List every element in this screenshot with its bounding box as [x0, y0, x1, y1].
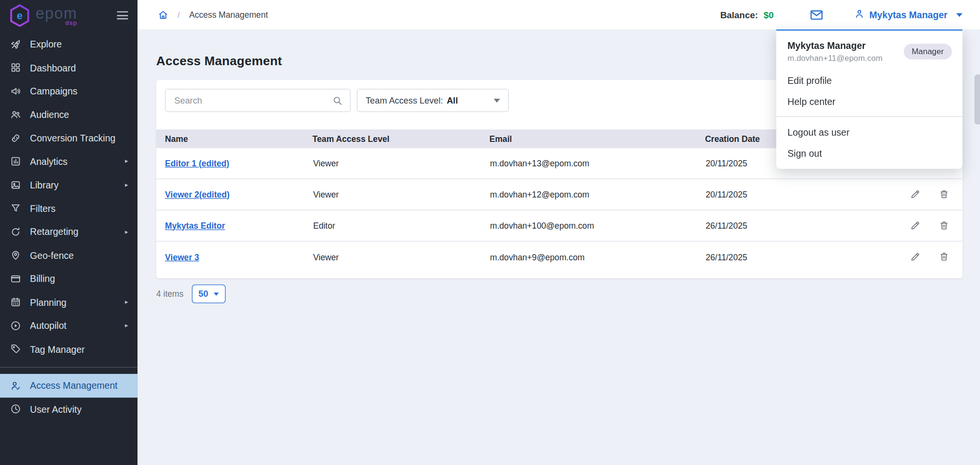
sidebar-item-analytics[interactable]: Analytics ▸ — [0, 150, 138, 173]
cell-creation-date: 20/11/2025 — [705, 179, 854, 210]
svg-text:e: e — [17, 10, 23, 22]
team-access-level-filter[interactable]: Team Access Level: All — [357, 89, 509, 112]
bar-chart-icon — [10, 155, 22, 168]
megaphone-icon — [10, 85, 22, 97]
breadcrumb-home-icon[interactable] — [158, 10, 168, 20]
breadcrumb-separator: / — [177, 10, 180, 20]
sidebar-item-conversion-tracking[interactable]: Conversion Tracking — [0, 126, 138, 150]
sidebar-item-billing[interactable]: Billing — [0, 267, 138, 291]
cell-email: m.dovhan+9@epom.com — [489, 241, 705, 272]
sidebar-divider — [0, 367, 138, 368]
chevron-right-icon: ▸ — [125, 158, 128, 164]
chevron-down-icon — [494, 98, 500, 102]
breadcrumb-current: Access Management — [189, 10, 268, 20]
epom-hexagon-logo-icon: e — [8, 3, 31, 28]
filter-selected-value: All — [447, 95, 458, 105]
items-count: 4 items — [156, 289, 184, 299]
pagination: 4 items 50 — [156, 284, 962, 303]
chevron-right-icon: ▸ — [125, 182, 128, 188]
edit-pencil-icon[interactable] — [910, 220, 921, 231]
map-pin-icon — [10, 249, 22, 261]
page-size-value: 50 — [198, 289, 208, 299]
cell-team-access-level: Viewer — [312, 179, 489, 210]
column-header-name: Name — [156, 129, 312, 148]
edit-pencil-icon[interactable] — [910, 251, 921, 262]
brand-sub: dsp — [65, 20, 77, 26]
top-bar: / Access Management Balance: $0 Mykytas … — [138, 0, 980, 29]
calendar-icon — [10, 296, 22, 308]
brand-name: epom — [35, 5, 77, 21]
filter-label: Team Access Level: — [366, 95, 443, 105]
sidebar-item-library[interactable]: Library ▸ — [0, 173, 138, 197]
sidebar-item-access-management[interactable]: Access Management — [0, 374, 138, 397]
user-name-link[interactable]: Editor 1 (edited) — [165, 159, 229, 168]
chevron-down-icon — [214, 292, 219, 296]
user-dropdown-menu: Mykytas Manager m.dovhan+11@epom.com Man… — [776, 29, 963, 169]
hamburger-menu-icon[interactable] — [117, 11, 128, 22]
user-name-link[interactable]: Mykytas Editor — [165, 221, 225, 231]
tag-icon — [10, 343, 22, 355]
cell-email: m.dovhan+12@epom.com — [489, 179, 705, 210]
delete-trash-icon[interactable] — [939, 220, 950, 231]
sidebar-item-filters[interactable]: Filters — [0, 197, 138, 220]
menu-item-edit-profile[interactable]: Edit profile — [776, 70, 963, 91]
cell-team-access-level: Viewer — [312, 148, 489, 179]
menu-item-help-center[interactable]: Help center — [776, 91, 963, 112]
credit-card-icon — [10, 272, 22, 285]
chevron-right-icon: ▸ — [125, 299, 128, 305]
chevron-down-icon — [956, 13, 962, 17]
search-box — [165, 89, 350, 112]
search-icon[interactable] — [333, 95, 343, 105]
cell-creation-date: 26/11/2025 — [705, 241, 854, 272]
balance-label: Balance: — [720, 10, 758, 20]
column-header-email: Email — [489, 129, 705, 148]
table-row: Mykytas Editor Editor m.dovhan+100@epom.… — [156, 210, 962, 241]
balance-value[interactable]: $0 — [763, 10, 773, 20]
search-input[interactable] — [173, 95, 333, 106]
sidebar-item-geo-fence[interactable]: Geo-fence — [0, 244, 138, 267]
sidebar-item-planning[interactable]: Planning ▸ — [0, 291, 138, 314]
user-account-button[interactable]: Mykytas Manager — [854, 9, 963, 21]
sidebar-bottom-menu: Access Management User Activity — [0, 372, 138, 420]
sidebar: e epom dsp Explore Dashboard Campaigns A… — [0, 0, 138, 465]
link-icon — [10, 132, 22, 144]
menu-item-logout-as-user[interactable]: Logout as user — [776, 121, 963, 142]
mail-icon[interactable] — [810, 9, 823, 20]
sidebar-item-campaigns[interactable]: Campaigns — [0, 80, 138, 103]
image-icon — [10, 179, 22, 191]
rocket-icon — [10, 38, 22, 50]
app-window: e epom dsp Explore Dashboard Campaigns A… — [0, 0, 980, 465]
refresh-icon — [10, 225, 22, 238]
sidebar-item-user-activity[interactable]: User Activity — [0, 397, 138, 421]
menu-item-sign-out[interactable]: Sign out — [776, 142, 963, 163]
clock-icon — [10, 403, 22, 415]
sidebar-item-tag-manager[interactable]: Tag Manager — [0, 337, 138, 361]
page-size-select[interactable]: 50 — [192, 284, 226, 303]
table-row: Viewer 3 Viewer m.dovhan+9@epom.com 26/1… — [156, 241, 962, 272]
sidebar-item-dashboard[interactable]: Dashboard — [0, 56, 138, 80]
vertical-scrollbar-thumb[interactable] — [974, 74, 980, 124]
sidebar-item-autopilot[interactable]: Autopilot ▸ — [0, 314, 138, 337]
sidebar-item-explore[interactable]: Explore — [0, 33, 138, 56]
cell-team-access-level: Editor — [312, 210, 489, 241]
brand-logo[interactable]: e epom dsp — [0, 0, 138, 31]
sidebar-menu: Explore Dashboard Campaigns Audience Con… — [0, 31, 138, 360]
sidebar-item-audience[interactable]: Audience — [0, 103, 138, 127]
user-name-link[interactable]: Viewer 3 — [165, 252, 199, 262]
dropdown-divider — [776, 116, 963, 117]
table-row: Viewer 2(edited) Viewer m.dovhan+12@epom… — [156, 179, 962, 210]
person-icon — [854, 9, 865, 21]
sidebar-item-retargeting[interactable]: Retargeting ▸ — [0, 220, 138, 244]
delete-trash-icon[interactable] — [939, 189, 950, 200]
user-name-link[interactable]: Viewer 2(edited) — [165, 190, 230, 199]
user-name: Mykytas Manager — [869, 10, 947, 20]
people-icon — [10, 108, 22, 121]
play-circle-icon — [10, 319, 22, 332]
user-check-icon — [10, 379, 22, 392]
edit-pencil-icon[interactable] — [910, 189, 921, 200]
role-badge: Manager — [903, 44, 952, 59]
column-header-team-access-level: Team Access Level — [312, 129, 489, 148]
delete-trash-icon[interactable] — [939, 251, 950, 262]
chevron-right-icon: ▸ — [125, 323, 128, 329]
funnel-icon — [10, 202, 22, 215]
